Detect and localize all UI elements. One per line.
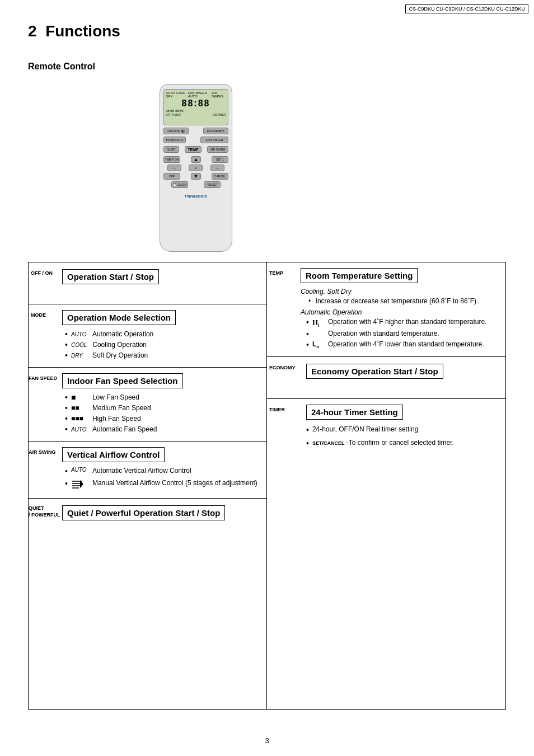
fan-speed-section: FAN SPEED Indoor Fan Speed Selection • ■… — [29, 368, 266, 442]
fan-med-icon: ■■ — [71, 404, 87, 412]
operation-start-stop-heading: Operation Start / Stop — [62, 269, 159, 284]
section-title: Remote Control — [28, 62, 95, 72]
hi-desc: Operation with 4˚F higher than standard … — [328, 318, 487, 326]
powerful-heading: Quiet / Powerful Operation Start / Stop — [62, 505, 225, 520]
list-item: • COOL Cooling Operation — [65, 340, 259, 349]
off-on-label: OFF / ON — [31, 270, 53, 276]
airflow-auto-desc: Automatic Vertical Airflow Control — [92, 467, 191, 475]
room-temp-heading: Room Temperature Setting — [301, 268, 418, 283]
economy-heading: Economy Operation Start / Stop — [306, 364, 443, 379]
fan-med-desc: Medium Fan Speed — [92, 404, 151, 412]
temp-label: TEMP — [269, 270, 283, 276]
list-item: • Hi Operation with 4˚F higher than stan… — [306, 318, 498, 328]
cooling-label: Cooling, Soft Dry — [301, 288, 498, 295]
operation-start-stop-section: OFF / ON Operation Start / Stop — [29, 262, 266, 304]
remote-control-image: AUTO COOL DRY FAN SPEED AUTO AIR SWING 8… — [140, 78, 252, 257]
airflow-list: • AUTO Automatic Vertical Airflow Contro… — [65, 467, 259, 491]
left-column: OFF / ON Operation Start / Stop MODE Ope… — [29, 262, 267, 709]
fan-speed-heading: Indoor Fan Speed Selection — [62, 373, 183, 388]
powerful-section: QUIET / POWERFUL Quiet / Powerful Operat… — [29, 499, 266, 709]
fan-high-icon: ■■■ — [71, 415, 87, 422]
air-swing-label: AIR SWING — [29, 449, 56, 455]
right-column: TEMP Room Temperature Setting Cooling, S… — [267, 262, 505, 709]
cooling-desc: Increase or decrease set temperature (60… — [316, 297, 479, 305]
list-item: • AUTO Automatic Operation — [65, 330, 259, 339]
list-item: • Lo Operation with 4˚F lower than stand… — [306, 340, 498, 349]
model-header: CS-C9DKU CU-C9DKU / CS-C12DKU CU-C12DKU — [405, 4, 528, 13]
economy-section: ECONOMY Economy Operation Start / Stop — [267, 357, 505, 399]
mode-label: MODE — [31, 312, 46, 318]
cooling-bullet: • Increase or decrease set temperature (… — [308, 297, 498, 305]
list-item: • ■■ Medium Fan Speed — [65, 403, 259, 412]
list-item: • Manual Vertical Airflow Control (5 sta… — [65, 479, 259, 491]
operation-mode-heading: Operation Mode Selection — [62, 310, 176, 325]
operation-mode-section: MODE Operation Mode Selection • AUTO Aut… — [29, 304, 266, 368]
standard-desc: Operation with standard temperature. — [328, 330, 439, 337]
operation-mode-list: • AUTO Automatic Operation • COOL Coolin… — [65, 330, 259, 360]
timer-label: TIMER — [269, 407, 285, 412]
lo-desc: Operation with 4˚F lower than standard t… — [328, 340, 484, 348]
list-item: • ■■■ High Fan Speed — [65, 414, 259, 423]
chapter-title: 2 Functions — [28, 22, 120, 40]
fan-speed-list: • ■ Low Fan Speed • ■■ Medium Fan Speed … — [65, 393, 259, 434]
fan-auto-desc: Automatic Fan Speed — [92, 425, 157, 433]
auto-op-label: Automatic Operation — [301, 308, 498, 316]
fan-speed-label: FAN SPEED — [29, 375, 57, 381]
swing-icon — [71, 479, 87, 491]
list-item: • ■ Low Fan Speed — [65, 393, 259, 402]
page-number: 3 — [265, 736, 269, 745]
fan-auto-label: AUTO — [71, 426, 87, 433]
airflow-manual-desc: Manual Vertical Airflow Control (5 stage… — [92, 479, 257, 487]
lo-icon: Lo — [312, 340, 324, 349]
hi-icon: Hi — [312, 318, 324, 328]
timer-item-2: • SET/CANCEL -To confirm or cancel selec… — [306, 439, 498, 448]
set-cancel-text: SET/CANCEL — [312, 440, 345, 446]
timer-desc-2: SET/CANCEL -To confirm or cancel selecte… — [312, 439, 454, 447]
fan-high-desc: High Fan Speed — [92, 415, 141, 422]
auto-op-list: • Hi Operation with 4˚F higher than stan… — [306, 318, 498, 349]
room-temp-section: TEMP Room Temperature Setting Cooling, S… — [267, 262, 505, 357]
mode-dry-label: DRY — [71, 353, 87, 359]
list-item: • DRY Soft Dry Operation — [65, 351, 259, 360]
content-table: OFF / ON Operation Start / Stop MODE Ope… — [28, 262, 506, 710]
economy-label: ECONOMY — [269, 365, 296, 370]
fan-low-desc: Low Fan Speed — [92, 393, 139, 401]
powerful-label: QUIET / POWERFUL — [29, 505, 60, 518]
mode-auto-desc: Automatic Operation — [92, 330, 153, 338]
timer-section: TIMER 24-hour Timer Setting • 24-hour, O… — [267, 399, 505, 709]
fan-low-icon: ■ — [71, 393, 87, 402]
airflow-heading: Vertical Airflow Control — [62, 447, 165, 462]
list-item: • AUTO Automatic Fan Speed — [65, 425, 259, 434]
mode-cool-desc: Cooling Operation — [92, 341, 147, 349]
mode-cool-label: COOL — [71, 342, 87, 348]
airflow-auto-label: AUTO — [71, 467, 87, 473]
timer-desc-1: 24-hour, OFF/ON Real timer setting — [312, 425, 418, 433]
mode-dry-desc: Soft Dry Operation — [92, 351, 148, 359]
airflow-section: AIR SWING Vertical Airflow Control • AUT… — [29, 442, 266, 499]
timer-item-1: • 24-hour, OFF/ON Real timer setting — [306, 425, 498, 434]
list-item: • AUTO Automatic Vertical Airflow Contro… — [65, 467, 259, 476]
mode-auto-label: AUTO — [71, 331, 87, 337]
timer-heading: 24-hour Timer Setting — [306, 405, 403, 420]
list-item: • Operation with standard temperature. — [306, 330, 498, 339]
